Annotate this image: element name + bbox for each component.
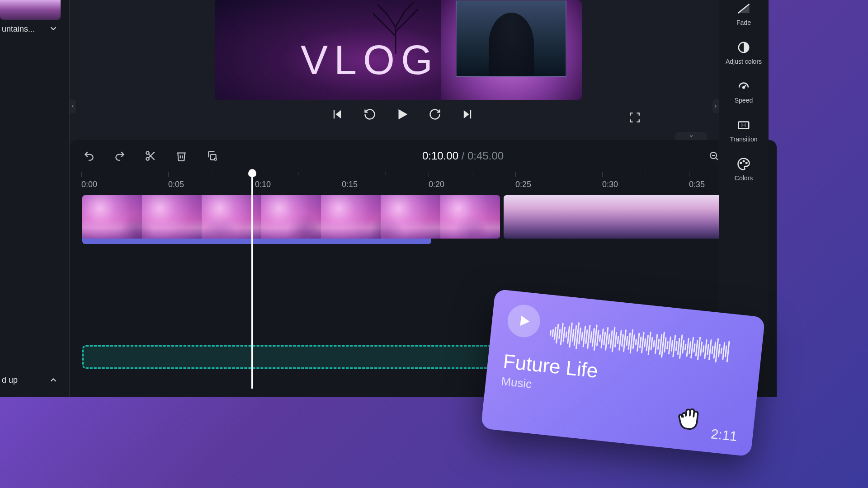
tool-colors[interactable]: Colors (735, 157, 753, 182)
svg-point-26 (743, 87, 745, 89)
video-track-1 (82, 249, 777, 293)
music-duration: 2:11 (710, 426, 738, 444)
ruler-tick: 0:10 (255, 180, 271, 189)
preview-canvas[interactable]: VLOG (215, 0, 582, 100)
play-icon[interactable] (394, 106, 410, 122)
tool-transition[interactable]: Transition (730, 118, 758, 143)
svg-point-6 (146, 157, 149, 160)
svg-point-5 (146, 151, 149, 155)
undo-icon[interactable] (82, 149, 96, 163)
forward-5-icon[interactable] (427, 106, 443, 122)
svg-rect-1 (334, 110, 335, 119)
fade-icon (737, 2, 750, 15)
svg-marker-2 (399, 109, 408, 120)
delete-icon[interactable] (175, 149, 188, 163)
svg-point-30 (743, 161, 745, 162)
speed-icon (737, 80, 750, 93)
music-card[interactable]: Future Life Music 2:11 (481, 289, 765, 456)
left-sidebar: untains... d up (0, 0, 70, 397)
playhead[interactable] (251, 172, 253, 389)
svg-line-12 (716, 158, 718, 160)
timeline-ruler[interactable]: 0:000:050:100:150:200:250:300:35 (81, 172, 777, 190)
total-time: 0:45.00 (467, 150, 504, 162)
skip-forward-icon[interactable] (459, 106, 476, 122)
split-icon[interactable] (144, 149, 157, 163)
chevron-down-icon[interactable] (48, 23, 58, 33)
picture-in-picture[interactable] (456, 0, 566, 77)
transition-icon (737, 118, 750, 132)
tool-adjust-colors[interactable]: Adjust colors (726, 41, 762, 65)
tool-speed[interactable]: Speed (735, 80, 753, 104)
svg-marker-32 (520, 315, 530, 327)
ruler-tick: 0:20 (429, 180, 444, 189)
grab-cursor-icon (670, 399, 706, 435)
collapse-left-icon[interactable] (70, 99, 76, 113)
svg-marker-28 (741, 123, 746, 127)
collapse-right-icon[interactable] (712, 99, 719, 113)
replay-5-icon[interactable] (362, 106, 378, 122)
tool-fade[interactable]: Fade (736, 2, 751, 26)
svg-point-29 (741, 162, 742, 164)
fullscreen-icon[interactable] (627, 109, 643, 126)
audio-dropzone[interactable] (82, 345, 496, 369)
time-display: 0:10.00 / 0:45.00 (422, 150, 504, 162)
video-clip-mountain[interactable] (504, 195, 730, 239)
colors-icon (737, 157, 750, 171)
current-time: 0:10.00 (422, 150, 458, 162)
music-play-icon[interactable] (506, 303, 542, 339)
bottom-panel-label: d up (2, 375, 18, 385)
music-subtitle: Music (500, 374, 533, 391)
ruler-tick: 0:15 (342, 180, 358, 189)
svg-point-31 (746, 162, 747, 164)
redo-icon[interactable] (113, 149, 127, 163)
skip-back-icon[interactable] (329, 106, 345, 122)
chevron-up-icon[interactable] (48, 375, 58, 385)
ruler-tick: 0:00 (81, 180, 97, 189)
transport-controls (329, 106, 476, 122)
svg-marker-3 (464, 110, 469, 119)
ruler-tick: 0:35 (689, 180, 705, 189)
asset-label: untains... (2, 24, 35, 34)
preview-title-text: VLOG (301, 37, 439, 84)
asset-thumbnail[interactable] (0, 0, 61, 20)
ruler-tick: 0:05 (168, 180, 184, 189)
svg-marker-0 (336, 110, 341, 119)
ruler-tick: 0:30 (602, 180, 618, 189)
ruler-tick: 0:25 (515, 180, 531, 189)
collapse-timeline-icon[interactable] (675, 132, 707, 140)
preview-area: VLOG (76, 0, 729, 136)
duplicate-icon[interactable] (205, 149, 219, 163)
svg-rect-4 (470, 110, 471, 119)
adjust-colors-icon (737, 41, 750, 54)
video-clip-overlay[interactable] (82, 195, 500, 239)
